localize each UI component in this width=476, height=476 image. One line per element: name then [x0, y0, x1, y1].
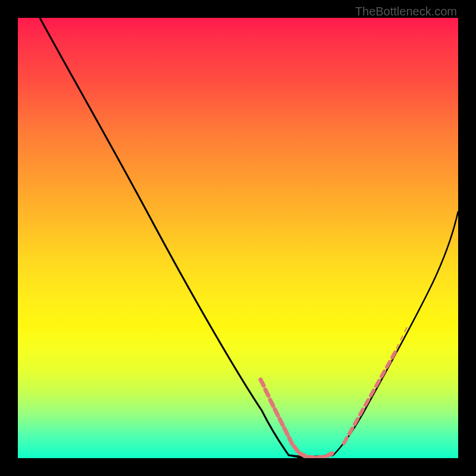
right-curve — [333, 211, 458, 455]
svg-line-5 — [284, 428, 287, 434]
svg-line-24 — [405, 327, 407, 332]
svg-line-6 — [289, 438, 292, 444]
svg-line-4 — [280, 419, 283, 425]
left-dash-markers — [261, 380, 332, 458]
chart-container: TheBottleneck.com — [0, 0, 476, 476]
svg-line-12 — [344, 438, 347, 443]
svg-line-9 — [308, 457, 314, 458]
svg-line-1 — [265, 390, 268, 396]
svg-line-10 — [318, 457, 324, 458]
svg-line-3 — [275, 409, 278, 415]
watermark-text: TheBottleneck.com — [355, 5, 457, 18]
svg-line-0 — [261, 380, 264, 386]
svg-line-8 — [300, 453, 305, 456]
right-tick-marks — [396, 327, 407, 349]
right-dash-markers — [344, 352, 395, 443]
svg-line-11 — [327, 453, 332, 456]
curve-svg — [18, 18, 458, 458]
left-curve — [40, 18, 303, 458]
svg-line-2 — [270, 400, 273, 406]
svg-line-7 — [294, 446, 298, 451]
svg-line-23 — [400, 336, 403, 340]
